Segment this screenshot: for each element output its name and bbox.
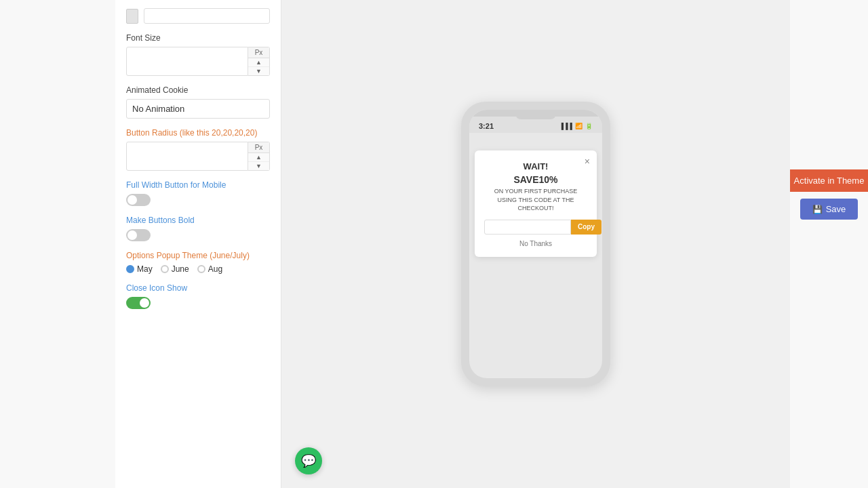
phone-mockup: 3:21 ▐▐▐ 📶 🔋 × WAIT! SAVE10% ON YOUR FIR…	[461, 102, 610, 386]
signal-icon: ▐▐▐	[559, 123, 572, 129]
popup-description: ON YOUR FIRST PURCHASEUSING THIS CODE AT…	[484, 187, 587, 213]
font-size-arrows: ▲ ▼	[248, 58, 269, 75]
animated-cookie-label: Animated Cookie	[126, 85, 270, 95]
phone-status-icons: ▐▐▐ 📶 🔋	[559, 123, 593, 129]
button-radius-up[interactable]: ▲	[248, 153, 269, 162]
save-button[interactable]: 💾 Save	[800, 199, 859, 220]
theme-label-aug: Aug	[208, 264, 222, 274]
font-size-up[interactable]: ▲	[248, 58, 269, 67]
full-width-toggle-row	[126, 194, 270, 206]
theme-radio-june	[161, 265, 169, 273]
phone-time: 3:21	[479, 122, 494, 130]
color-row: #E3E3E3	[126, 8, 270, 24]
phone-notch	[515, 110, 556, 119]
theme-radio-group: May June Aug	[126, 264, 270, 274]
copy-button[interactable]: Copy	[571, 220, 601, 235]
theme-option-aug[interactable]: Aug	[197, 264, 222, 274]
chat-icon: 💬	[301, 453, 316, 468]
font-size-unit: Px	[248, 47, 269, 58]
button-radius-spinner: Px ▲ ▼	[248, 142, 270, 171]
theme-label-june: June	[172, 264, 189, 274]
save-icon: 💾	[812, 205, 823, 214]
color-value-input[interactable]: #E3E3E3	[144, 8, 270, 24]
font-size-label: Font Size	[126, 33, 270, 43]
phone-top-space	[469, 133, 602, 145]
popup-save-text: SAVE10%	[484, 174, 587, 185]
popup-title: WAIT!	[484, 161, 587, 171]
phone-screen: 3:21 ▐▐▐ 📶 🔋 × WAIT! SAVE10% ON YOUR FIR…	[469, 110, 602, 378]
options-popup-theme-label: Options Popup Theme (June/July)	[126, 251, 270, 260]
save-label: Save	[826, 204, 846, 214]
animated-cookie-select[interactable]: No Animation	[126, 99, 270, 119]
coupon-row: 8DA2WzRyqQ Copy	[484, 220, 587, 235]
button-radius-down[interactable]: ▼	[248, 162, 269, 170]
full-width-label: Full Width Button for Mobile	[126, 180, 270, 190]
popup-close-icon[interactable]: ×	[585, 156, 590, 167]
right-sidebar: Activate in Theme 💾 Save	[790, 0, 868, 488]
font-size-spinner: Px ▲ ▼	[248, 47, 270, 76]
popup-modal: × WAIT! SAVE10% ON YOUR FIRST PURCHASEUS…	[475, 150, 597, 257]
left-sidebar	[0, 0, 115, 488]
theme-label-may: May	[137, 264, 153, 274]
activate-theme-button[interactable]: Activate in Theme	[785, 169, 868, 192]
no-thanks-link[interactable]: No Thanks	[484, 240, 587, 247]
make-buttons-bold-toggle-row	[126, 229, 270, 241]
make-buttons-bold-toggle[interactable]	[126, 229, 151, 241]
font-size-input[interactable]: 16	[126, 47, 248, 76]
theme-radio-may	[126, 265, 134, 273]
coupon-input[interactable]: 8DA2WzRyqQ	[484, 220, 571, 235]
theme-option-june[interactable]: June	[161, 264, 189, 274]
battery-icon: 🔋	[585, 123, 593, 129]
button-radius-row: 50,30,30,50 Px ▲ ▼	[126, 142, 270, 171]
color-swatch[interactable]	[126, 9, 138, 24]
button-radius-arrows: ▲ ▼	[248, 153, 269, 170]
button-radius-unit: Px	[248, 142, 269, 153]
wifi-icon: 📶	[575, 123, 583, 129]
settings-panel: #E3E3E3 Font Size 16 Px ▲ ▼ Animated Coo…	[115, 0, 281, 488]
button-radius-label: Button Radius (like this 20,20,20,20)	[126, 128, 270, 138]
theme-option-may[interactable]: May	[126, 264, 153, 274]
close-icon-toggle[interactable]	[126, 297, 151, 309]
close-icon-toggle-row	[126, 297, 270, 309]
close-icon-show-label: Close Icon Show	[126, 283, 270, 293]
button-radius-input[interactable]: 50,30,30,50	[126, 142, 248, 171]
make-buttons-bold-label: Make Buttons Bold	[126, 216, 270, 225]
preview-area: 3:21 ▐▐▐ 📶 🔋 × WAIT! SAVE10% ON YOUR FIR…	[281, 0, 790, 488]
phone-bottom-space	[469, 262, 602, 303]
theme-radio-aug	[197, 265, 205, 273]
font-size-down[interactable]: ▼	[248, 67, 269, 75]
font-size-row: 16 Px ▲ ▼	[126, 47, 270, 76]
full-width-toggle[interactable]	[126, 194, 151, 206]
chat-bubble[interactable]: 💬	[295, 447, 322, 474]
